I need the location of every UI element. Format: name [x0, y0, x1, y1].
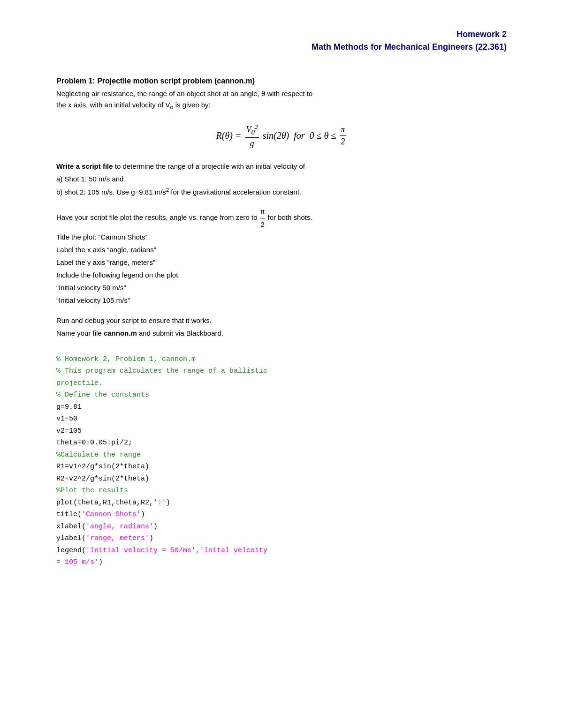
intro-line1: Neglecting air resistance, the range of … — [56, 90, 312, 98]
code-line8: theta=0:0.05:pi/2; — [56, 437, 507, 449]
have-line: Have your script file plot the results, … — [56, 213, 312, 221]
xlabel-plot: Label the x axis “angle, radians” — [56, 246, 156, 254]
formula: R(θ) = V02 g sin(2θ) for 0 ≤ θ ≤ π 2 — [56, 123, 507, 149]
header-line1: Homework 2 — [56, 28, 507, 41]
code-line3: projectile. — [56, 377, 507, 390]
shot-b: b) shot 2: 105 m/s. Use g=9.81 m/s2 for … — [56, 188, 301, 196]
code-line2: % This program calculates the range of a… — [56, 365, 507, 377]
code-line4: % Define the constants — [56, 389, 507, 401]
write-bold: Write a script file — [56, 162, 113, 170]
problem1-intro: Neglecting air resistance, the range of … — [56, 88, 507, 112]
shot-a: a) Shot 1: 50 m/s and — [56, 175, 123, 183]
legend-label: Include the following legend on the plot… — [56, 271, 180, 279]
code-line17: legend('Initial velocity = 50/ms','Inita… — [56, 545, 507, 557]
legend1: “Initial velocity 50 m/s” — [56, 284, 126, 292]
header-title: Homework 2 Math Methods for Mechanical E… — [56, 28, 507, 53]
code-line5: g=9.81 — [56, 401, 507, 413]
legend2: “Initial velocity 105 m/s” — [56, 296, 130, 304]
code-line7: v2=105 — [56, 425, 507, 437]
code-line13: plot(theta,R1,theta,R2,':') — [56, 497, 507, 509]
run-line2: Name your file cannon.m and submit via B… — [56, 329, 223, 337]
title-plot: Title the plot: “Cannon Shots” — [56, 233, 148, 241]
code-line11: R2=v2^2/g*sin(2*theta) — [56, 473, 507, 485]
code-line9: %Calculate the range — [56, 449, 507, 461]
formula-math: R(θ) = V02 g sin(2θ) for 0 ≤ θ ≤ π 2 — [216, 123, 347, 149]
run-section: Run and debug your script to ensure that… — [56, 314, 507, 339]
code-line12: %Plot the results — [56, 485, 507, 497]
fraction-v0g: V02 g — [245, 123, 259, 149]
code-line15: xlabel('angle, radians') — [56, 521, 507, 533]
fraction-pi2: π 2 — [340, 125, 346, 147]
problem1-section: Problem 1: Projectile motion script prob… — [56, 77, 507, 569]
code-line1: % Homework 2, Problem 1, cannon.m — [56, 353, 507, 366]
problem1-title: Problem 1: Projectile motion script prob… — [56, 77, 507, 85]
header-line2: Math Methods for Mechanical Engineers (2… — [56, 41, 507, 53]
run-line1: Run and debug your script to ensure that… — [56, 316, 212, 324]
pi-over-2-inline: π 2 — [260, 206, 266, 231]
code-line10: R1=v1^2/g*sin(2*theta) — [56, 461, 507, 473]
cannon-filename: cannon.m — [104, 329, 137, 337]
write-rest: to determine the range of a projectile w… — [113, 162, 305, 170]
have-instructions: Have your script file plot the results, … — [56, 206, 507, 307]
write-instructions: Write a script file to determine the ran… — [56, 160, 507, 198]
code-line18: = 105 m/s') — [56, 556, 507, 569]
code-line16: ylabel('range, meters') — [56, 533, 507, 545]
ylabel-plot: Label the y axis “range, meters” — [56, 258, 155, 266]
code-line6: v1=50 — [56, 413, 507, 425]
intro-line2: the x axis, with an initial velocity of … — [56, 101, 211, 109]
code-block: % Homework 2, Problem 1, cannon.m % This… — [56, 353, 507, 569]
code-line14: title('Cannon Shots') — [56, 509, 507, 521]
header: Homework 2 Math Methods for Mechanical E… — [56, 28, 507, 53]
